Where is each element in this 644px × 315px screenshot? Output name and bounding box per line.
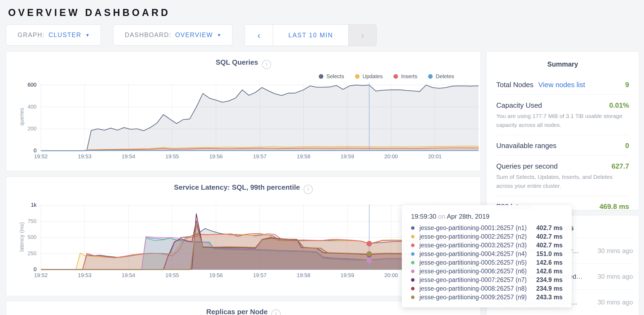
- unavailable-ranges-value: 0: [625, 142, 629, 150]
- event-timestamp: 30 mins ago: [592, 298, 633, 307]
- tooltip-row: jesse-geo-partitioning-0008:26257 (n8)23…: [411, 284, 563, 293]
- y-axis-tick: 750: [6, 218, 37, 224]
- toolbar: GRAPH: CLUSTER ▾ DASHBOARD: OVERVIEW ▾ ‹…: [6, 24, 377, 46]
- sql-queries-plot[interactable]: [41, 83, 479, 151]
- time-range-prev-button[interactable]: ‹: [245, 25, 273, 46]
- graph-dropdown[interactable]: GRAPH: CLUSTER ▾: [6, 24, 101, 45]
- x-axis-tick: 19:52: [29, 272, 53, 278]
- y-axis-tick: 1k: [6, 202, 37, 208]
- chart-legend: SelectsUpdatesInsertsDeletes: [319, 73, 454, 80]
- chevron-down-icon: ▾: [218, 32, 221, 38]
- legend-item-selects[interactable]: Selects: [319, 73, 344, 80]
- tooltip-row: jesse-geo-partitioning-0004:26257 (n4)15…: [411, 250, 563, 258]
- tooltip-connector: on: [438, 213, 445, 220]
- dashboard-dropdown-label: DASHBOARD:: [125, 31, 171, 39]
- y-axis-label: queries: [19, 83, 25, 151]
- tooltip-node-name: jesse-geo-partitioning-0006:26257 (n6): [419, 268, 536, 275]
- series-dot-icon: [411, 278, 415, 282]
- x-axis-tick: 19:59: [335, 272, 360, 278]
- summary-row-capacity-used: Capacity Used 0.01% You are using 177.7 …: [496, 94, 629, 135]
- page-title: OVERVIEW DASHBOARD: [8, 7, 170, 18]
- tooltip-node-value: 402.7 ms: [536, 242, 563, 249]
- time-range-label-button[interactable]: LAST 10 MIN: [273, 25, 348, 46]
- summary-panel-header: Summary: [487, 52, 639, 74]
- tooltip-node-name: jesse-geo-partitioning-0007:26257 (n7): [419, 276, 536, 284]
- tooltip-row: jesse-geo-partitioning-0001:26257 (n1)40…: [411, 224, 563, 232]
- tooltip-node-name: jesse-geo-partitioning-0004:26257 (n4): [419, 250, 536, 258]
- y-axis-tick: 250: [6, 250, 37, 257]
- x-axis-tick: 20:00: [379, 153, 403, 160]
- info-icon[interactable]: i: [304, 185, 313, 194]
- queries-per-second-label: Queries per second: [496, 162, 558, 170]
- tooltip-node-name: jesse-geo-partitioning-0008:26257 (n8): [419, 285, 536, 292]
- series-dot-icon: [411, 296, 415, 299]
- chevron-left-icon: ‹: [257, 30, 260, 41]
- legend-dot-icon: [393, 74, 398, 79]
- tooltip-row: jesse-geo-partitioning-0006:26257 (n6)14…: [411, 267, 563, 275]
- legend-dot-icon: [355, 74, 360, 79]
- info-icon[interactable]: i: [271, 309, 281, 315]
- tooltip-node-name: jesse-geo-partitioning-0009:26257 (n9): [419, 294, 536, 301]
- replicas-per-node-chart-title: Replicas per Node: [206, 308, 268, 315]
- queries-per-second-description: Sum of Selects, Updates, Inserts, and De…: [496, 173, 629, 190]
- series-dot-icon: [411, 270, 415, 273]
- dashboard-dropdown[interactable]: DASHBOARD: OVERVIEW ▾: [113, 24, 232, 45]
- x-axis-tick: 19:57: [248, 153, 272, 160]
- event-timestamp: 30 mins ago: [592, 246, 633, 255]
- tooltip-node-value: 142.6 ms: [536, 259, 563, 266]
- tooltip-rows: jesse-geo-partitioning-0001:26257 (n1)40…: [411, 224, 563, 301]
- x-axis-tick: 19:55: [160, 272, 184, 278]
- chevron-right-icon: ›: [361, 30, 364, 41]
- summary-row-queries-per-second: Queries per second 627.7 Sum of Selects,…: [496, 155, 629, 196]
- series-dot-icon: [411, 287, 415, 290]
- series-dot-icon: [411, 244, 415, 247]
- legend-item-deletes[interactable]: Deletes: [428, 73, 454, 80]
- x-axis-tick: 19:58: [291, 153, 316, 160]
- x-axis-tick: 19:57: [248, 272, 272, 278]
- sql-queries-chart-title: SQL Queries: [216, 58, 258, 66]
- legend-dot-icon: [319, 74, 323, 79]
- capacity-used-value: 0.01%: [609, 101, 629, 110]
- tooltip-row: jesse-geo-partitioning-0003:26257 (n3)40…: [411, 241, 563, 250]
- series-dot-icon: [411, 252, 415, 256]
- y-axis-tick: 600: [6, 82, 37, 88]
- legend-label: Deletes: [436, 73, 454, 80]
- info-icon[interactable]: i: [262, 60, 271, 69]
- legend-item-inserts[interactable]: Inserts: [393, 73, 417, 80]
- tooltip-node-name: jesse-geo-partitioning-0003:26257 (n3): [419, 242, 536, 249]
- tooltip-node-value: 402.7 ms: [536, 224, 563, 232]
- x-axis-tick: 19:52: [29, 153, 53, 160]
- time-range-next-button[interactable]: ›: [348, 25, 376, 46]
- y-axis-tick: 0: [6, 266, 37, 273]
- legend-item-updates[interactable]: Updates: [355, 73, 383, 80]
- tooltip-node-value: 151.0 ms: [536, 250, 563, 258]
- tooltip-node-name: jesse-geo-partitioning-0005:26257 (n5): [419, 259, 536, 266]
- capacity-used-description: You are using 177.7 MiB of 3.1 TiB usabl…: [496, 112, 629, 129]
- x-axis-tick: 19:53: [73, 272, 97, 278]
- x-axis-tick: 19:56: [204, 153, 228, 160]
- tooltip-node-value: 142.6 ms: [536, 268, 563, 275]
- chart-title-row: Service Latency: SQL, 99th percentilei: [6, 183, 481, 194]
- chart-title-row: SQL Queriesi: [6, 58, 481, 69]
- p99-latency-value: 469.8 ms: [599, 202, 629, 211]
- chevron-down-icon: ▾: [86, 32, 90, 38]
- x-axis-tick: 19:58: [291, 272, 316, 278]
- x-axis-tick: 19:55: [160, 153, 184, 160]
- summary-body: Total Nodes View nodes list 9 Capacity U…: [487, 74, 639, 216]
- sql-queries-chart-card: SQL Queriesi SelectsUpdatesInsertsDelete…: [6, 51, 481, 171]
- x-axis-tick: 19:59: [335, 153, 360, 160]
- tooltip-row: jesse-geo-partitioning-0007:26257 (n7)23…: [411, 275, 563, 284]
- y-axis-tick: 200: [6, 126, 37, 132]
- time-range-control: ‹ LAST 10 MIN ›: [245, 24, 377, 46]
- tooltip-header: 19:59:30 on Apr 28th, 2019: [411, 213, 563, 220]
- view-nodes-list-link[interactable]: View nodes list: [538, 81, 585, 89]
- summary-panel: Summary Total Nodes View nodes list 9 Ca…: [486, 51, 639, 210]
- capacity-used-label: Capacity Used: [496, 101, 542, 110]
- tooltip-row: jesse-geo-partitioning-0002:26257 (n2)40…: [411, 232, 563, 241]
- y-axis-tick: 400: [6, 104, 37, 110]
- y-axis-tick: 0: [6, 147, 37, 154]
- graph-dropdown-label: GRAPH:: [18, 31, 45, 39]
- event-timestamp: 30 mins ago: [592, 272, 633, 281]
- tooltip-date: Apr 28th, 2019: [447, 213, 489, 220]
- series-dot-icon: [411, 226, 415, 230]
